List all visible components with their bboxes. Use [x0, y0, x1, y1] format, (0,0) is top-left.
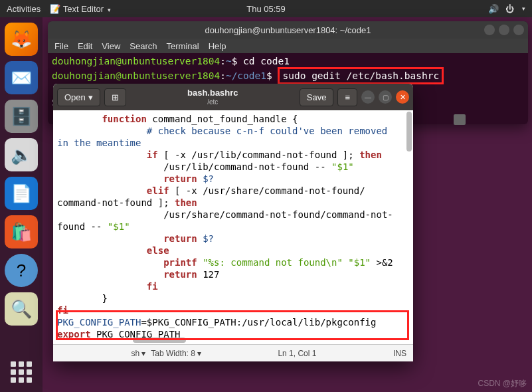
dock-show-apps[interactable]: [8, 359, 35, 385]
top-panel: Activities 📝 Text Editor ▾ Thu 05:59 🔊 ⏻…: [0, 0, 532, 17]
gedit-headerbar[interactable]: Open▾ ⊞ bash.bashrc /etc Save ≡ — ▢ ✕: [53, 84, 413, 110]
gedit-textview[interactable]: function command_not_found_handle { # ch…: [53, 110, 413, 344]
tabwidth-selector[interactable]: Tab Width: 8 ▾: [151, 349, 201, 358]
chevron-down-icon: ▾: [88, 92, 93, 102]
minimize-button[interactable]: —: [361, 90, 375, 104]
terminal-titlebar[interactable]: douhongjian@unbuntuserver1804: ~/code1: [48, 21, 528, 39]
dock-writer[interactable]: 📄: [5, 177, 38, 210]
volume-icon[interactable]: 🔊: [488, 4, 499, 14]
menu-terminal[interactable]: Terminal: [167, 41, 199, 51]
app-menu[interactable]: 📝 Text Editor ▾: [50, 4, 110, 14]
open-button[interactable]: Open▾: [57, 88, 100, 106]
gedit-statusbar: sh ▾ Tab Width: 8 ▾ Ln 1, Col 1 INS: [53, 344, 413, 361]
dock-help[interactable]: ?: [5, 254, 38, 287]
scrollbar-horizontal[interactable]: [133, 338, 186, 343]
chevron-down-icon: ▾: [108, 7, 111, 13]
menu-search[interactable]: Search: [130, 41, 157, 51]
dock-thunderbird[interactable]: ✉️: [5, 61, 38, 94]
watermark: CSDN @妤哆: [478, 378, 527, 389]
dock-rhythmbox[interactable]: 🔈: [5, 138, 38, 171]
dock: 🦊 ✉️ 🗄️ 🔈 📄 🛍️ ? 🔍: [0, 17, 43, 392]
dock-magnifier[interactable]: 🔍: [5, 292, 38, 326]
highlighted-command: sudo gedit /etc/bash.bashrc: [278, 67, 444, 84]
hamburger-menu[interactable]: ≡: [337, 88, 357, 106]
chevron-down-icon: ▾: [522, 5, 525, 12]
lang-selector[interactable]: sh ▾: [132, 349, 146, 358]
insert-mode[interactable]: INS: [393, 349, 406, 358]
new-tab-button[interactable]: ⊞: [104, 88, 126, 106]
menu-file[interactable]: File: [54, 41, 68, 51]
dock-firefox[interactable]: 🦊: [5, 23, 38, 56]
menu-view[interactable]: View: [102, 41, 120, 51]
dock-files[interactable]: 🗄️: [5, 100, 38, 133]
terminal-title: douhongjian@unbuntuserver1804: ~/code1: [205, 25, 371, 35]
maximize-button[interactable]: ▢: [379, 90, 392, 104]
save-button[interactable]: Save: [300, 88, 334, 106]
clock[interactable]: Thu 05:59: [246, 4, 286, 14]
menu-edit[interactable]: Edit: [78, 41, 92, 51]
gedit-title: bash.bashrc /etc: [130, 88, 296, 105]
power-icon[interactable]: ⏻: [505, 4, 514, 14]
menu-help[interactable]: Help: [209, 41, 226, 51]
dock-software[interactable]: 🛍️: [5, 215, 38, 248]
cursor-position: Ln 1, Col 1: [278, 349, 316, 358]
close-button[interactable]: ✕: [396, 90, 409, 104]
scrollbar-vertical[interactable]: [406, 112, 412, 151]
maximize-button[interactable]: [499, 25, 509, 35]
gedit-window: Open▾ ⊞ bash.bashrc /etc Save ≡ — ▢ ✕ fu…: [53, 84, 413, 361]
terminal-menubar: File Edit View Search Terminal Help: [48, 39, 528, 53]
activities-button[interactable]: Activities: [7, 4, 41, 14]
close-button[interactable]: [513, 25, 524, 35]
minimize-button[interactable]: [484, 25, 495, 35]
printer-icon: [454, 114, 466, 125]
terminal-line: douhongjian@unbuntuserver1804:~$ cd code…: [52, 55, 524, 67]
text-editor-icon: 📝: [50, 4, 60, 14]
terminal-line: douhongjian@unbuntuserver1804:~/code1$ s…: [52, 67, 524, 84]
